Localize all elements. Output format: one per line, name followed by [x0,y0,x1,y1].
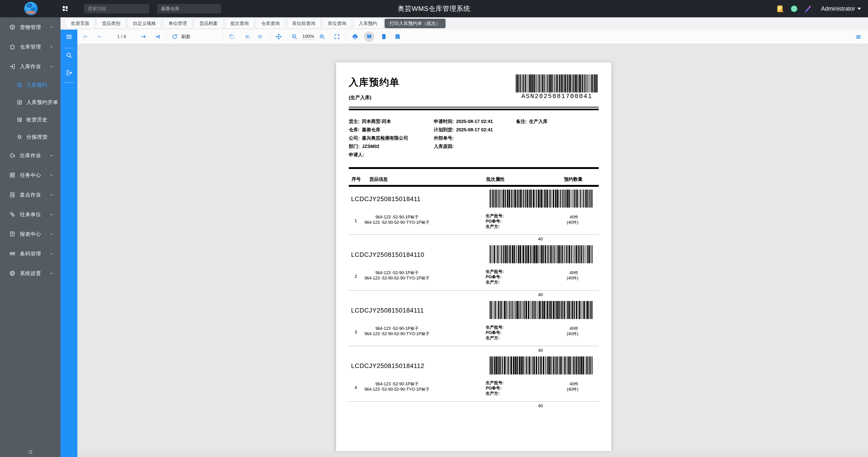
print-button[interactable] [350,32,360,41]
outbound-icon [9,152,16,159]
chevron-down-icon [50,212,54,217]
user-name: Administrator [821,5,855,12]
goods-name-line: 964-123 -52-90-1P袜子 [359,381,435,387]
sidebar-item-stocktake-ops[interactable]: 盘点作业 [0,185,61,205]
tab-goods-archive[interactable]: 货品档案 [194,19,223,28]
fit-screen-button[interactable] [332,32,341,41]
sidebar-toggle-button[interactable] [61,30,78,44]
tab-warehouse-query[interactable]: 仓库查询 [256,19,285,28]
batch-attrs: 生产批号: PO单号: 生产方: [486,269,504,285]
home-icon [9,44,16,50]
batch-label: PO单号: [486,330,504,335]
item-code: LCDCJY2508150184112 [351,363,424,370]
table-row: LCDCJY250815018411 1 964-123 -52-90-1P袜子… [349,190,599,245]
table-row: LCDCJY2508150184111 3 964-123 -52-90-1P袜… [349,301,599,357]
prev-page-button[interactable] [95,32,104,41]
box-icon [9,24,16,30]
barcode-icon [9,251,16,257]
tab-unit-mgmt[interactable]: 单位管理 [163,19,192,28]
sidebar-item-barcode-mgmt[interactable]: 条码管理 [0,244,61,263]
notes-search-icon[interactable] [776,5,784,13]
reserved-qty: 40件 (40件) [567,326,578,337]
batch-label: 生产批号: [486,380,504,385]
divider [349,290,599,291]
sidebar-item-label: 分拣理货 [26,134,48,141]
sidebar-item-receiving-history[interactable]: 收货历史 [0,111,61,128]
tab-batch-query[interactable]: 批次查询 [225,19,254,28]
reserved-qty: 40件 (40件) [567,381,578,392]
last-page-button[interactable] [153,32,163,41]
batch-label: PO单号: [486,275,504,280]
zoom-level[interactable]: 100% [302,34,314,40]
goods-name-line: 964-123 -52-90-52-90-TYO-1P袜子 [359,220,435,225]
export-icon[interactable] [61,69,78,76]
sidebar-item-goods-mgmt[interactable]: 货物管理 [0,17,61,37]
search-icon[interactable] [61,52,78,59]
reserved-qty: 40件 (40件) [567,270,578,281]
tab-welcome[interactable]: 欢迎页面 [66,19,94,28]
sidebar-collapse-list-icon[interactable] [0,449,61,455]
divider [346,33,347,40]
tab-custom-spec[interactable]: 自定义规格 [128,19,161,28]
warehouse-label: 仓库: [349,127,360,133]
refresh-button[interactable] [170,32,180,41]
rotate-page-button[interactable] [227,32,237,41]
sidebar-item-label: 往来单位 [20,211,41,218]
sidebar-item-label: 货物管理 [20,24,41,31]
refresh-label[interactable]: 刷新 [181,33,191,40]
handshake-icon [9,211,16,218]
doc-search-icon [17,82,22,88]
department-value: JZSM02 [362,144,379,149]
divider [64,82,74,83]
divider [349,167,599,169]
sidebar-item-task-center[interactable]: 任务中心 [0,165,61,185]
sidebar-item-report-center[interactable]: 报表中心 [0,224,61,244]
tab-inbound-reservation[interactable]: 入库预约 [353,19,382,28]
item-barcode [490,245,593,263]
magic-wand-icon[interactable] [804,5,812,13]
tab-print-inbound-reservation[interactable]: 打印入库预约单（批次） [384,19,445,28]
prev-view-button[interactable] [243,32,252,41]
sidebar-item-outbound-ops[interactable]: 出库作业 [0,146,61,165]
sidebar-item-partners[interactable]: 往来单位 [0,205,61,224]
batch-attrs: 生产批号: PO单号: 生产方: [486,213,504,229]
book-view-button[interactable] [364,31,374,42]
user-menu[interactable]: Administrator [821,5,861,12]
sidebar-item-sorting-tally[interactable]: 分拣理货 [0,128,61,146]
apply-time-value: 2025-08-17 02:41 [456,119,493,124]
first-page-button[interactable] [81,32,90,41]
clock-icon[interactable] [790,5,798,13]
batch-label: 生产批号: [486,325,504,330]
divider [349,234,599,235]
sidebar-item-inbound-reservation-billing[interactable]: 入库预约开单 [0,94,61,111]
zoom-out-button[interactable] [290,32,299,41]
tab-goods-category[interactable]: 货品类别 [97,19,125,28]
scroll-view-button[interactable] [379,32,388,41]
scan-grid-icon [17,134,22,140]
tab-location-query[interactable]: 库位查询 [323,19,351,28]
goods-info: 964-123 -52-90-1P袜子 964-123 -52-90-52-90… [359,270,435,281]
horizontal-scrollbar[interactable] [78,452,868,457]
qty-value: 40件 [567,215,578,220]
sidebar-item-warehouse-mgmt[interactable]: 仓库管理 [0,37,61,57]
next-view-button[interactable] [256,32,265,41]
table-row: LCDCJY2508150184112 4 964-123 -52-90-1P袜… [349,356,599,412]
viewer-side-strip [61,30,78,457]
chevron-down-icon [50,153,54,158]
row-seq: 1 [354,218,357,223]
zoom-in-button[interactable] [317,32,327,41]
doc-edit-icon [17,99,22,105]
gear-icon [9,270,16,277]
goods-name-line: 964-123 -52-90-52-90-TYO-1P袜子 [359,276,435,281]
facing-pages-button[interactable] [393,32,402,41]
chevron-down-icon [50,173,54,177]
batch-label: 生产方: [486,391,504,396]
sidebar-item-system-settings[interactable]: 系统设置 [0,263,61,283]
sidebar-item-label: 仓库管理 [20,44,41,50]
next-page-button[interactable] [139,32,148,41]
pan-tool-button[interactable] [274,32,283,41]
toolbar-settings-sliders-icon[interactable] [854,32,863,41]
sidebar-item-inbound-ops[interactable]: 入库作业 [0,57,61,76]
tab-location-group-query[interactable]: 库位组查询 [287,19,320,28]
sidebar-item-inbound-reservation[interactable]: 入库预约 [0,76,61,94]
